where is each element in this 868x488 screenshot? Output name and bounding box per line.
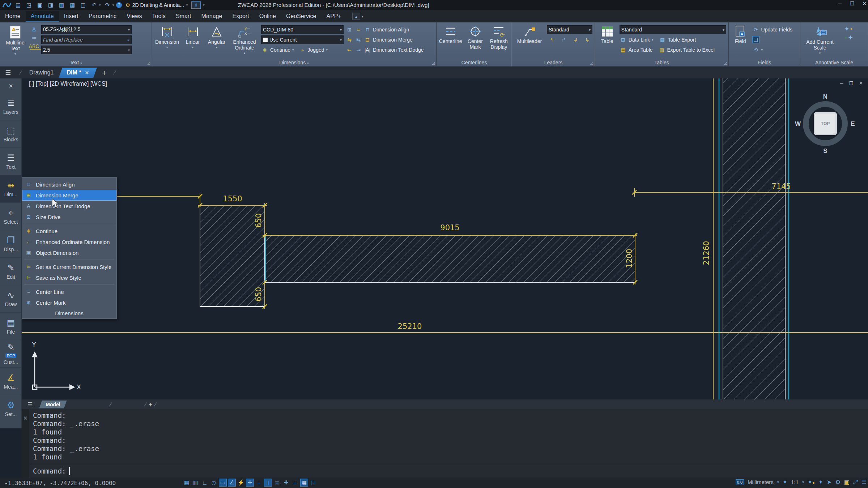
compass-east[interactable]: E bbox=[849, 120, 856, 128]
menu-item-set-current-style[interactable]: ⊨Set as Current Dimension Style bbox=[22, 261, 116, 272]
menu-item-object-dimension[interactable]: ▣Object Dimension bbox=[22, 247, 116, 258]
sidebar-close-icon[interactable]: ✕ bbox=[0, 83, 22, 89]
menu-item-dimension-align[interactable]: ⌗Dimension Align bbox=[22, 179, 116, 190]
compass-south[interactable]: S bbox=[822, 147, 829, 155]
layout-tab-model[interactable]: Model bbox=[39, 401, 67, 408]
multileader-button[interactable]: Multileader bbox=[514, 24, 545, 59]
properties-icon[interactable]: ≣ bbox=[273, 479, 281, 487]
dim-text-9015[interactable]: 9015 bbox=[440, 223, 459, 232]
command-history[interactable]: Command: Command: _.erase 1 found Comman… bbox=[29, 409, 868, 464]
vp-restore-icon[interactable]: ❐ bbox=[849, 81, 853, 86]
spell-check-icon[interactable]: A͟B͟C͟ bbox=[30, 43, 38, 50]
polar-tracking-icon[interactable]: ◷ bbox=[210, 479, 218, 487]
sidebar-item-blocks[interactable]: ⬚Blocks bbox=[0, 120, 22, 148]
fullscreen-icon[interactable]: ⤢ bbox=[853, 479, 858, 485]
annotation-scale-value[interactable]: 1:1 bbox=[791, 479, 799, 485]
sidebar-item-draw[interactable]: ∿Draw bbox=[0, 285, 22, 313]
grid-icon[interactable]: ▦ bbox=[183, 479, 191, 487]
sidebar-item-dimension[interactable]: ⇹Dim... bbox=[0, 175, 22, 203]
tab-parametric[interactable]: Parametric bbox=[84, 11, 122, 22]
sidebar-item-text[interactable]: ☰Text bbox=[0, 148, 22, 175]
menu-item-size-drive[interactable]: ⊡Size Drive bbox=[22, 211, 116, 222]
ribbon-collapse-icon[interactable]: ▴ bbox=[352, 13, 360, 20]
find-replace-input[interactable]: Find and Replace⌕ bbox=[41, 35, 132, 44]
minimize-button[interactable]: ─ bbox=[838, 1, 842, 7]
quick-snap-icon[interactable]: ⚡ bbox=[237, 479, 245, 487]
angular-button[interactable]: Angular ▾ bbox=[205, 24, 228, 59]
redo-icon[interactable]: ↷ bbox=[103, 1, 112, 9]
ribbon-options-caret[interactable]: ▾ bbox=[362, 14, 363, 18]
tab-insert[interactable]: Insert bbox=[59, 11, 84, 22]
table-button[interactable]: Table bbox=[597, 24, 617, 59]
copy-icon[interactable]: ▥ bbox=[57, 1, 66, 9]
dimension-text-dodge-label[interactable]: Dimension Text Dodge bbox=[373, 47, 424, 53]
dim-text-7145[interactable]: 7145 bbox=[771, 182, 791, 191]
text-height-select[interactable]: 2.5▾ bbox=[41, 46, 132, 54]
menu-item-continue[interactable]: ⋕Continue bbox=[22, 226, 116, 236]
dimension-align-label[interactable]: Dimension Align bbox=[373, 27, 409, 33]
annotation-scale-icon[interactable]: ✦ bbox=[783, 479, 787, 485]
dim-flip-icon[interactable]: ⇆ bbox=[346, 36, 353, 43]
redo-dropdown-caret[interactable]: ▾ bbox=[112, 3, 114, 7]
sidebar-item-edit[interactable]: ✎Edit bbox=[0, 258, 22, 285]
dim-text-650-bottom[interactable]: 650 bbox=[254, 287, 263, 301]
dim-reassociate-icon[interactable]: ↹ bbox=[355, 36, 362, 43]
menu-item-enhanced-ordinate[interactable]: ⌐Enhanced Ordinate Dimension bbox=[22, 236, 116, 247]
dim-text-650-top[interactable]: 650 bbox=[254, 213, 263, 228]
hardware-acceleration-gear-icon[interactable]: ⚙ bbox=[835, 479, 840, 485]
menu-item-center-mark[interactable]: ⊕Center Mark bbox=[22, 297, 116, 308]
doc-tab-dim[interactable]: DIM *✕ bbox=[59, 68, 97, 78]
dimension-button[interactable]: Dimension ▾ bbox=[154, 24, 180, 59]
dimensions-dialog-launcher[interactable]: ◿ bbox=[432, 61, 435, 65]
dim-merge-icon[interactable]: ⊟ bbox=[364, 36, 371, 43]
print-icon[interactable]: ▦ bbox=[68, 1, 77, 9]
multiline-text-button[interactable]: A Multiline Text ▾ bbox=[2, 24, 28, 59]
field-refresh-icon[interactable]: ⟲ bbox=[752, 46, 760, 53]
auto-scale-icon[interactable]: ✦ bbox=[818, 479, 823, 485]
tables-dialog-launcher[interactable]: ◿ bbox=[724, 61, 727, 65]
dim-space-icon[interactable]: ⌗ bbox=[355, 26, 362, 33]
remove-leader-icon[interactable]: ↱ bbox=[560, 36, 567, 43]
vp-close-icon[interactable]: ✕ bbox=[859, 81, 863, 86]
dim-text-1550[interactable]: 1550 bbox=[223, 194, 242, 203]
dim-align-icon[interactable]: ⊓ bbox=[364, 26, 371, 33]
tab-tools[interactable]: Tools bbox=[147, 11, 171, 22]
table-toggle-icon[interactable]: ▦ bbox=[300, 479, 308, 487]
tab-home[interactable]: Home bbox=[0, 11, 26, 22]
collect-leader-icon[interactable]: ↳ bbox=[584, 36, 591, 43]
transparency-icon[interactable]: ≡ bbox=[291, 479, 299, 487]
save-icon[interactable]: ▣ bbox=[35, 1, 44, 9]
field-button[interactable]: A Field bbox=[731, 24, 750, 59]
dim-right-icon[interactable]: ⇥ bbox=[355, 46, 362, 53]
tab-export[interactable]: Export bbox=[227, 11, 254, 22]
table-export-icon[interactable]: ▦ bbox=[659, 36, 666, 43]
scale-caret[interactable]: ▾ bbox=[802, 480, 804, 484]
add-current-scale-button[interactable]: Add Current Scale ▾ bbox=[803, 24, 837, 59]
menu-item-save-new-style[interactable]: ⊩Save as New Style bbox=[22, 272, 116, 283]
help-icon[interactable]: ? bbox=[116, 2, 122, 8]
annotation-visibility-icon[interactable]: ✦● bbox=[808, 479, 814, 485]
beam-section[interactable] bbox=[265, 235, 635, 282]
dimension-caret[interactable]: ▾ bbox=[166, 46, 168, 49]
vp-minimize-icon[interactable]: ─ bbox=[840, 81, 843, 86]
linear-caret[interactable]: ▾ bbox=[192, 46, 194, 49]
sidebar-item-customize[interactable]: ✎PGPCust... bbox=[0, 340, 22, 368]
dim-text-icon[interactable]: |A| bbox=[364, 46, 371, 53]
jogged-dimension-label[interactable]: Jogged bbox=[308, 47, 324, 53]
dynamic-input-icon[interactable]: ▯ bbox=[264, 479, 272, 487]
units-caret[interactable]: ▾ bbox=[777, 480, 779, 484]
menu-item-dimension-text-dodge[interactable]: ADimension Text Dodge bbox=[22, 201, 116, 211]
sidebar-item-settings[interactable]: ⚙Set... bbox=[0, 395, 22, 423]
ortho-icon[interactable]: ∟ bbox=[201, 479, 209, 487]
linear-button[interactable]: Linear ▾ bbox=[182, 24, 203, 59]
command-input[interactable]: Command: bbox=[29, 464, 868, 478]
workspace-switcher[interactable]: ⚙ 2D Drafting & Annota... ▾ bbox=[125, 2, 188, 8]
cloud-caret[interactable]: ▾ bbox=[203, 3, 205, 7]
numbered-list-icon[interactable]: ≔ bbox=[30, 34, 38, 41]
close-button[interactable]: ✕ bbox=[862, 1, 867, 7]
dim-break-icon[interactable]: ⊞ bbox=[346, 26, 353, 33]
quick-properties-icon[interactable]: ✚ bbox=[282, 479, 290, 487]
dim-left-icon[interactable]: ⇤ bbox=[346, 46, 353, 53]
wall-hatch[interactable] bbox=[723, 78, 785, 399]
compass-north[interactable]: N bbox=[822, 93, 829, 100]
